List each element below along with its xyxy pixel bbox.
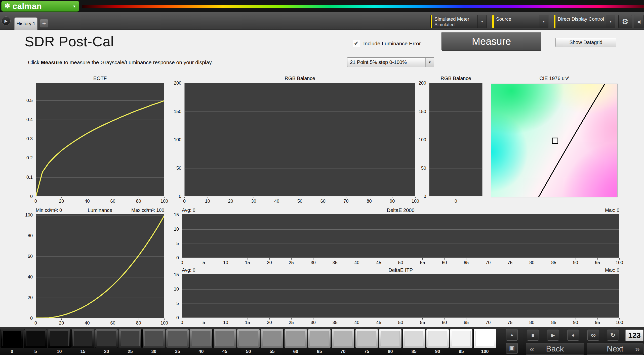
x-axis-label: 95 [590, 260, 605, 265]
settings-button[interactable]: ⚙ [618, 15, 632, 28]
x-axis-label: 25 [284, 260, 299, 265]
measure-button[interactable]: Measure [441, 32, 541, 51]
cie-plot [491, 84, 618, 197]
pattern-swatch-85[interactable]: 85 [403, 329, 425, 354]
pattern-swatch-60[interactable]: 60 [284, 329, 307, 354]
source-dropdown[interactable]: Source ▼ [492, 15, 548, 28]
back-label: Back [546, 344, 564, 353]
continuous-measure-button[interactable]: ∞ [587, 330, 599, 341]
eotf-chart: EOTF00.10.20.30.40.5020406080100 [20, 75, 172, 209]
pattern-swatch-patch [3, 331, 21, 346]
pattern-swatch-25[interactable]: 25 [119, 329, 142, 354]
x-axis-label: 0 [177, 199, 192, 204]
calman-logo-text: calman [13, 2, 67, 10]
pattern-swatch-0[interactable]: 0 [1, 329, 23, 354]
x-axis-label: 30 [306, 260, 321, 265]
pattern-level-up-button[interactable]: ▲ [506, 329, 518, 341]
display-control-label: Direct Display Control [558, 16, 606, 22]
x-axis-label: 85 [546, 260, 561, 265]
pattern-swatch-5[interactable]: 5 [24, 329, 47, 354]
pattern-swatch-label: 20 [104, 349, 109, 354]
pattern-swatch-90[interactable]: 90 [426, 329, 449, 354]
y-axis-label: 100 [414, 137, 426, 143]
chart-title: DeltaE 2000 [182, 207, 619, 213]
pattern-swatch-35[interactable]: 35 [166, 329, 189, 354]
pattern-swatch-face [95, 329, 118, 348]
page-title: SDR Post-Cal [25, 33, 114, 50]
pattern-swatch-patch [405, 331, 423, 346]
stop-button[interactable]: ■ [527, 330, 539, 341]
pattern-swatch-face [190, 329, 213, 348]
workspace-expand-button[interactable]: ▶ [2, 16, 11, 25]
check-icon: ✔ [354, 41, 359, 46]
x-axis-label: 65 [459, 320, 474, 325]
axis-tick [313, 318, 313, 319]
next-button[interactable]: Next » [587, 343, 643, 354]
pattern-swatch-80[interactable]: 80 [379, 329, 402, 354]
stop-icon: ■ [531, 332, 534, 338]
axis-tick [488, 258, 488, 260]
refresh-button[interactable]: ↻ [607, 330, 619, 341]
x-axis-label: 60 [315, 199, 331, 204]
play-button[interactable]: ▶ [547, 330, 559, 341]
pattern-window-button[interactable]: ▣ [506, 343, 518, 354]
pattern-swatch-face [119, 329, 142, 348]
pattern-swatch-65[interactable]: 65 [308, 329, 331, 354]
x-axis-label: 60 [105, 321, 120, 326]
meter-dropdown-arrow[interactable]: ▼ [477, 15, 487, 28]
collapse-panel-button[interactable]: ◀ [634, 15, 643, 28]
axis-tick [597, 318, 598, 319]
points-dropdown[interactable]: 21 Point 5% step 0-100% ▼ [347, 57, 434, 67]
rgb_balance_small-plot [429, 83, 482, 196]
pattern-swatch-100[interactable]: 100 [473, 329, 496, 354]
y-axis-label: 0 [414, 194, 426, 199]
source-dropdown-arrow[interactable]: ▼ [539, 15, 548, 28]
axis-tick [357, 258, 357, 260]
display-control-text: Direct Display Control [555, 15, 606, 28]
back-button[interactable]: « Back [526, 343, 584, 354]
axis-tick [335, 258, 335, 260]
axis-tick [346, 197, 346, 198]
pattern-swatch-70[interactable]: 70 [332, 329, 354, 354]
x-axis-label: 100 [612, 260, 627, 265]
pattern-swatch-face [71, 329, 94, 348]
pattern-swatch-30[interactable]: 30 [142, 329, 165, 354]
pattern-swatch-face [261, 329, 284, 348]
pattern-swatch-75[interactable]: 75 [355, 329, 378, 354]
y-axis-label: 0 [166, 255, 179, 261]
add-tab-button[interactable]: + [40, 19, 48, 28]
pattern-swatch-50[interactable]: 50 [237, 329, 260, 354]
pattern-swatch-patch [263, 331, 281, 346]
axis-tick [554, 318, 554, 319]
pattern-swatch-55[interactable]: 55 [261, 329, 284, 354]
pattern-swatch-15[interactable]: 15 [71, 329, 94, 354]
display-control-dropdown[interactable]: Direct Display Control ▼ [554, 15, 615, 28]
refresh-icon: ↻ [610, 332, 616, 339]
pattern-swatch-patch [50, 331, 69, 346]
y-axis-label: 20 [20, 295, 33, 300]
chevron-down-icon: ▼ [425, 58, 434, 67]
pattern-swatch-face [48, 329, 71, 348]
pattern-swatch-face [213, 329, 236, 348]
include-luminance-checkbox[interactable]: ✔ Include Luminance Error [353, 40, 421, 47]
pattern-swatch-45[interactable]: 45 [213, 329, 236, 354]
record-button[interactable]: ● [567, 330, 579, 341]
display-control-dropdown-arrow[interactable]: ▼ [606, 15, 615, 28]
pattern-swatch-95[interactable]: 95 [450, 329, 473, 354]
chevron-right-icon: » [635, 344, 640, 354]
pattern-swatch-10[interactable]: 10 [48, 329, 71, 354]
pattern-swatch-patch [215, 331, 234, 346]
checkbox[interactable]: ✔ [353, 40, 360, 47]
tab-history-1[interactable]: History 1 [14, 17, 37, 30]
show-datagrid-button[interactable]: Show Datagrid [555, 38, 616, 47]
deltae-2000-chart: Avg: 0DeltaE 2000Max: 005101505101520253… [166, 206, 634, 266]
pattern-swatch-20[interactable]: 20 [95, 329, 118, 354]
calman-logo-menu[interactable]: ✽ calman ▼ [1, 1, 79, 12]
x-axis-label: 90 [568, 260, 583, 265]
pattern-swatch-face [473, 329, 496, 348]
pattern-swatch-label: 25 [128, 349, 133, 354]
meter-dropdown[interactable]: Simulated Meter Simulated ▼ [430, 15, 487, 28]
record-icon: ● [572, 332, 575, 338]
pattern-swatch-40[interactable]: 40 [190, 329, 213, 354]
axis-tick [226, 318, 226, 319]
